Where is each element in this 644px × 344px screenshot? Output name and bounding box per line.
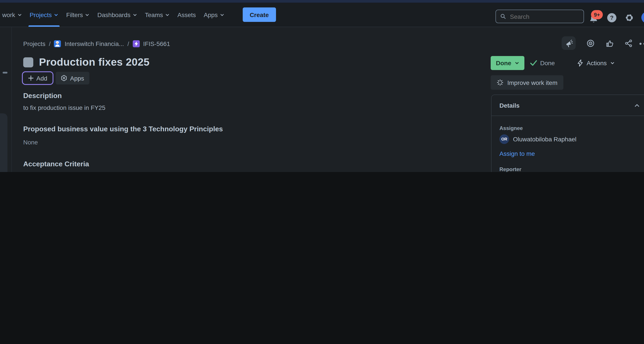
project-avatar-icon (54, 40, 61, 47)
business-value-body[interactable]: None (23, 139, 38, 146)
nav-item-apps[interactable]: Apps (204, 3, 224, 27)
user-avatar[interactable] (641, 12, 644, 23)
chevron-down-icon (220, 12, 224, 17)
chevron-down-icon (610, 61, 615, 65)
assignee-avatar: OR (500, 134, 509, 144)
feedback-megaphone-button[interactable] (562, 36, 576, 50)
breadcrumb-project[interactable]: Interswitch Financia... (64, 40, 124, 47)
nav-label: Filters (66, 11, 83, 18)
nav-item-teams[interactable]: Teams (145, 3, 170, 27)
chevron-down-icon (54, 12, 58, 17)
lightning-icon (578, 59, 583, 66)
share-icon[interactable] (624, 39, 633, 48)
breadcrumb-separator: / (49, 40, 50, 47)
megaphone-icon (564, 39, 573, 47)
actions-label: Actions (586, 59, 607, 66)
ai-sparkle-icon (497, 79, 503, 86)
notifications-count-badge: 9+ (591, 10, 603, 19)
assignee-field-value[interactable]: OR Oluwatobiloba Raphael (500, 134, 576, 144)
nav-items: work Projects Filters Dashboards Teams A… (2, 3, 276, 27)
work-item-type-icon (133, 40, 140, 47)
improve-label: Improve work item (507, 79, 558, 86)
watch-icon[interactable] (586, 39, 595, 48)
nav-label: Teams (145, 11, 163, 18)
jira-work-item-page: work Projects Filters Dashboards Teams A… (0, 0, 644, 172)
chevron-down-icon (17, 12, 22, 17)
window-top-strip (0, 0, 644, 3)
help-icon[interactable]: ? (607, 13, 616, 22)
resolution-label: Done (540, 59, 555, 66)
details-panel: Details Assignee OR Oluwatobiloba Raphae… (491, 94, 644, 172)
sidebar-peek-icon (3, 72, 8, 73)
chevron-down-icon (85, 12, 90, 17)
settings-gear-icon[interactable] (625, 13, 634, 22)
chevron-up-icon (634, 103, 640, 107)
details-title: Details (500, 102, 520, 109)
improve-work-item-button[interactable]: Improve work item (491, 75, 564, 90)
section-heading-description: Description (23, 92, 62, 100)
check-icon (530, 60, 537, 66)
nav-item-dashboards[interactable]: Dashboards (98, 3, 137, 27)
description-body[interactable]: to fix production issue in FY25 (23, 104, 105, 111)
vote-thumbs-up-icon[interactable] (606, 39, 614, 48)
actions-menu-button[interactable]: Actions (578, 59, 615, 66)
collapsed-sidebar (0, 27, 12, 172)
nav-item-filters[interactable]: Filters (66, 3, 89, 27)
page-title: Production fixes 2025 (39, 56, 150, 68)
apps-label: Apps (70, 75, 84, 82)
status-dropdown-button[interactable]: Done (491, 56, 524, 70)
breadcrumb: Projects / Interswitch Financia... / IFI… (23, 39, 170, 48)
breadcrumb-separator: / (128, 40, 129, 47)
reporter-field-label: Reporter (500, 166, 521, 172)
top-navigation: work Projects Filters Dashboards Teams A… (0, 3, 644, 27)
add-label: Add (36, 75, 47, 82)
nav-item-projects[interactable]: Projects (30, 3, 58, 27)
search-input[interactable] (509, 12, 579, 20)
title-row: Production fixes 2025 (23, 56, 150, 68)
assignee-field-label: Assignee (500, 125, 523, 131)
section-heading-acceptance: Acceptance Criteria (23, 160, 89, 168)
breadcrumb-projects[interactable]: Projects (23, 40, 45, 47)
nav-label: Assets (178, 11, 196, 18)
nav-label: Apps (204, 11, 218, 18)
nav-label: Dashboards (98, 11, 130, 18)
apps-hexagon-icon (61, 75, 67, 81)
nav-item-assets[interactable]: Assets (178, 3, 196, 27)
search-icon (500, 13, 506, 20)
add-button[interactable]: Add (22, 71, 54, 85)
status-label: Done (496, 59, 511, 66)
section-heading-business-value: Proposed business value using the 3 Tech… (23, 125, 223, 133)
work-item-color-square (23, 57, 33, 67)
nav-label: Projects (30, 11, 52, 18)
resolution-indicator: Done (530, 59, 555, 66)
details-panel-header[interactable]: Details (492, 95, 644, 116)
apps-button[interactable]: Apps (56, 72, 89, 84)
more-actions-icon[interactable] (639, 42, 644, 45)
nav-label: work (2, 11, 15, 18)
breadcrumb-item-key[interactable]: IFIS-5661 (143, 40, 170, 47)
chevron-down-icon (165, 12, 170, 17)
create-button[interactable]: Create (243, 7, 276, 22)
assign-to-me-label: Assign to me (500, 150, 535, 157)
search-box[interactable] (496, 10, 584, 23)
plus-icon (28, 75, 34, 81)
sidebar-peek-panel[interactable] (0, 113, 8, 172)
assign-to-me-link[interactable]: Assign to me (500, 150, 535, 157)
assignee-name: Oluwatobiloba Raphael (513, 136, 576, 143)
chevron-down-icon (515, 61, 519, 65)
chevron-down-icon (133, 12, 137, 17)
nav-item-your-work[interactable]: work (2, 3, 22, 27)
